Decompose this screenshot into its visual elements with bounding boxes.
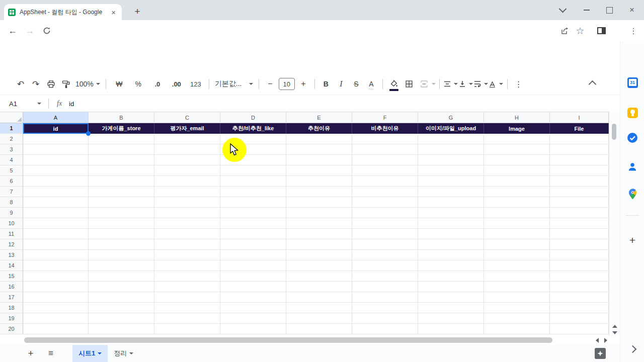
row-header-15[interactable]: 15 [0,271,23,282]
calendar-icon[interactable]: 31 [626,76,638,88]
column-header-C[interactable]: C [154,112,220,123]
header-cell-I1[interactable]: File [550,123,609,134]
strikethrough-button[interactable]: S [349,77,364,91]
sheet-tab-0[interactable]: 시트1 [72,345,108,362]
header-cell-D1[interactable]: 추천/비추천_like [220,123,286,134]
font-size-input[interactable]: 10 [279,78,295,90]
hide-side-panel-icon[interactable] [626,343,638,355]
font-select[interactable]: 기본값... [213,77,255,91]
scroll-left-icon[interactable] [596,338,599,343]
vertical-scrollbar-thumb[interactable] [612,124,616,140]
row-header-20[interactable]: 20 [0,324,23,334]
explore-button[interactable] [595,348,606,359]
row-header-18[interactable]: 18 [0,303,23,313]
redo-icon[interactable]: ↷ [28,77,43,91]
row-header-2[interactable]: 2 [0,134,23,144]
column-header-H[interactable]: H [484,112,550,123]
browser-menu-icon[interactable]: ⋮ [627,24,640,37]
header-cell-H1[interactable]: Image [484,123,550,134]
horizontal-scrollbar[interactable] [0,336,620,345]
window-maximize-button[interactable] [598,0,621,20]
tasks-icon[interactable] [626,132,638,144]
header-cell-E1[interactable]: 추천이유 [286,123,352,134]
vertical-align-button[interactable] [458,77,473,91]
fill-color-button[interactable] [386,77,401,91]
header-cell-B1[interactable]: 가게이름_store [89,123,154,134]
italic-button[interactable]: I [334,77,349,91]
collapse-toolbar-icon[interactable] [585,77,600,91]
row-header-12[interactable]: 12 [0,239,23,250]
decrease-font-size-button[interactable]: − [263,77,278,91]
increase-font-size-button[interactable]: + [296,77,311,91]
column-header-E[interactable]: E [286,112,352,123]
column-header-F[interactable]: F [352,112,418,123]
side-panel-icon[interactable] [595,24,608,37]
row-header-6[interactable]: 6 [0,176,23,187]
maps-icon[interactable] [626,188,638,200]
row-header-1[interactable]: 1 [0,123,23,134]
column-header-I[interactable]: I [550,112,609,123]
share-page-icon[interactable] [558,24,572,37]
row-header-10[interactable]: 10 [0,218,23,229]
tab-close-icon[interactable]: × [109,8,118,17]
decrease-decimal-button[interactable]: .0 [148,77,167,91]
keep-icon[interactable] [626,107,638,119]
row-header-19[interactable]: 19 [0,313,23,324]
get-addons-button[interactable]: + [626,234,638,246]
horizontal-align-button[interactable] [443,77,458,91]
row-header-7[interactable]: 7 [0,187,23,197]
scroll-up-icon[interactable] [612,325,617,328]
tab-search-chevron-icon[interactable] [551,0,574,20]
column-header-A[interactable]: A [23,112,89,123]
horizontal-scrollbar-thumb[interactable] [24,337,552,343]
row-header-13[interactable]: 13 [0,250,23,260]
bookmark-star-icon[interactable]: ☆ [574,24,587,37]
all-sheets-button[interactable]: ≡ [44,347,57,360]
toolbar-more-icon[interactable]: ⋮ [511,77,526,91]
row-header-11[interactable]: 11 [0,229,23,239]
reload-icon[interactable] [40,24,53,37]
name-box[interactable]: A1 [9,100,37,108]
sheet-tab-menu-icon[interactable] [98,352,102,354]
selection-fill-handle[interactable] [86,131,91,136]
borders-button[interactable] [401,77,417,91]
zoom-select[interactable]: 100% [73,77,102,91]
header-cell-C1[interactable]: 평가자_email [154,123,220,134]
header-cell-F1[interactable]: 비추천이유 [352,123,418,134]
row-header-8[interactable]: 8 [0,197,23,208]
row-header-16[interactable]: 16 [0,282,23,292]
scroll-right-icon[interactable] [604,338,607,343]
add-sheet-button[interactable]: + [24,347,37,360]
cells-layer[interactable]: id가게이름_store평가자_email추천/비추천_like추천이유비추천이… [23,123,609,336]
row-header-17[interactable]: 17 [0,292,23,303]
name-box-dropdown-icon[interactable] [37,103,41,105]
text-rotation-button[interactable] [489,77,504,91]
contacts-icon[interactable] [626,161,638,173]
increase-decimal-button[interactable]: .00 [167,77,186,91]
header-cell-G1[interactable]: 이미지/파일_upload [418,123,484,134]
bold-button[interactable]: B [318,77,334,91]
row-header-14[interactable]: 14 [0,260,23,271]
column-header-G[interactable]: G [418,112,484,123]
format-percent-button[interactable]: % [129,77,148,91]
new-tab-button[interactable]: + [131,5,144,18]
format-currency-button[interactable]: ₩ [110,77,129,91]
sheet-tab-menu-icon[interactable] [129,352,133,354]
formula-input[interactable]: id [69,100,74,108]
vertical-scrollbar[interactable] [609,112,620,336]
text-wrap-button[interactable] [473,77,489,91]
text-color-button[interactable]: A [364,77,379,91]
column-header-B[interactable]: B [89,112,154,123]
select-all-corner[interactable] [0,112,23,123]
column-header-D[interactable]: D [220,112,286,123]
back-icon[interactable]: ← [6,24,19,37]
paint-format-icon[interactable] [58,77,73,91]
row-header-4[interactable]: 4 [0,155,23,165]
window-close-button[interactable]: × [620,0,643,20]
sheet-tab-1[interactable]: 정리 [108,345,139,362]
more-formats-button[interactable]: 123 [186,77,205,91]
undo-icon[interactable]: ↶ [13,77,28,91]
print-icon[interactable] [43,77,58,91]
browser-tab[interactable]: AppSheet - 컬럼 타입 - Google × [4,4,122,20]
row-header-3[interactable]: 3 [0,144,23,155]
